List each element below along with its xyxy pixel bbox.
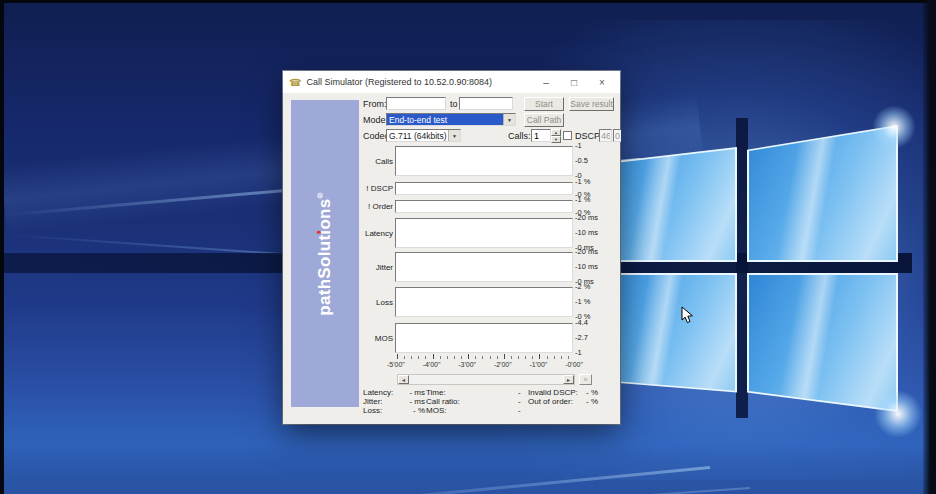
dropdown-arrow-icon[interactable]: ▼ <box>503 114 515 125</box>
maximize-button-icon[interactable]: □ <box>560 71 588 93</box>
calls-label: Calls: <box>508 131 531 141</box>
logo-red-dot-icon <box>317 230 320 233</box>
chart-label: Latency <box>361 218 395 248</box>
title-bar[interactable]: ☎ Call Simulator (Registered to 10.52.0.… <box>283 71 620 93</box>
chart-label: Loss <box>361 287 395 317</box>
dscp-secondary-field[interactable] <box>613 129 621 142</box>
minimize-button-icon[interactable]: – <box>532 71 560 93</box>
time-value: - <box>518 388 528 397</box>
chart-row-order: ! Order -1 % -0 % <box>361 200 614 213</box>
logo-registered-mark: ® <box>316 192 325 198</box>
y-tick: -1 % <box>575 197 610 203</box>
to-input[interactable] <box>459 97 513 110</box>
y-tick: -20 ms <box>575 249 610 255</box>
chart-row-mos: MOS -4.4 -2.7 -1 <box>361 323 614 353</box>
chart-row-latency: Latency -20 ms -10 ms -0 ms <box>361 218 614 248</box>
loss-value: - % <box>399 406 425 415</box>
y-tick: -4.4 <box>575 320 610 326</box>
pathsolutions-sidebar: pathSolutıons® <box>291 100 359 407</box>
loss-chart-plot <box>395 287 573 317</box>
y-tick: -0.5 <box>575 158 610 164</box>
latency-label: Latency: <box>363 388 399 397</box>
status-row: Loss: - % MOS: - <box>363 406 614 415</box>
dscp-checkbox[interactable] <box>563 131 572 140</box>
wallpaper-logo-crossbar-vertical <box>736 118 748 418</box>
y-tick: -1 <box>575 143 610 149</box>
calls-spinner[interactable]: ▴ ▾ <box>551 129 561 142</box>
screen-edge <box>0 0 4 494</box>
jitter-label: Jitter: <box>363 397 399 406</box>
desktop: ☎ Call Simulator (Registered to 10.52.0.… <box>0 0 936 494</box>
mos-chart-plot <box>395 323 573 353</box>
wallpaper-corner-glow <box>872 105 916 149</box>
dropdown-arrow-icon[interactable]: ▼ <box>448 130 460 141</box>
x-tick-label: -4'00" <box>423 361 441 368</box>
pathsolutions-logo: pathSolutıons® <box>315 192 335 315</box>
call-path-button[interactable]: Call Path <box>524 113 564 127</box>
chart-label: Calls <box>361 146 395 176</box>
codec-selected-value: G.711 (64kbits) <box>387 130 448 141</box>
spin-up-icon[interactable]: ▴ <box>551 129 561 136</box>
scroll-right-icon[interactable]: ► <box>563 375 574 384</box>
x-tick-label: -2'00" <box>494 361 512 368</box>
logo-ons-text: ons <box>315 198 334 229</box>
latency-value: - ms <box>399 388 425 397</box>
call-simulator-window: ☎ Call Simulator (Registered to 10.52.0.… <box>283 71 620 424</box>
y-tick: -1 <box>575 350 610 356</box>
app-icon: ☎ <box>289 77 301 88</box>
latency-chart-plot <box>395 218 573 248</box>
screen-edge <box>0 0 936 3</box>
call-ratio-label: Call ratio: <box>426 397 518 406</box>
timeline-scrollbar[interactable]: ◄ ► <box>397 374 575 385</box>
x-axis-tick-ruler <box>397 354 575 359</box>
chart-label: Jitter <box>361 252 395 282</box>
x-tick-label: -3'00" <box>458 361 476 368</box>
chart-label: ! DSCP <box>361 182 395 195</box>
chart-label: MOS <box>361 323 395 353</box>
from-label: From: <box>363 99 387 109</box>
windows-logo-pane-top-left <box>600 147 737 262</box>
invalid-dscp-label: Invalid DSCP: <box>528 388 582 397</box>
y-tick: -2 % <box>575 284 610 290</box>
wallpaper-floor-glow <box>0 414 936 494</box>
status-summary: Latency: - ms Time: - Invalid DSCP: - % … <box>363 388 614 415</box>
chart-row-dscp: ! DSCP -1 % -0 % <box>361 182 614 195</box>
x-tick-label: -5'00" <box>387 361 405 368</box>
status-row: Jitter: - ms Call ratio: - Out of order:… <box>363 397 614 406</box>
status-row: Latency: - ms Time: - Invalid DSCP: - % <box>363 388 614 397</box>
mos-label: MOS: <box>426 406 518 415</box>
to-label: to <box>450 99 458 109</box>
call-ratio-value: - <box>518 397 528 406</box>
jitter-value: - ms <box>399 397 425 406</box>
mode-label: Mode: <box>363 115 388 125</box>
chart-label: ! Order <box>361 200 395 213</box>
calls-input[interactable] <box>531 129 551 142</box>
time-label: Time: <box>426 388 518 397</box>
scroll-left-icon[interactable]: ◄ <box>398 375 409 384</box>
codec-dropdown[interactable]: G.711 (64kbits) ▼ <box>386 129 461 142</box>
mode-dropdown[interactable]: End-to-end test ▼ <box>386 113 516 126</box>
logo-i: ı <box>315 229 335 234</box>
screen-edge <box>923 0 936 494</box>
y-tick: -10 ms <box>575 230 610 236</box>
windows-logo-pane-bottom-left <box>600 273 737 395</box>
x-tick-label: -0'00" <box>565 361 583 368</box>
from-input[interactable] <box>386 97 446 110</box>
chart-row-jitter: Jitter -20 ms -10 ms -0 ms <box>361 252 614 282</box>
out-of-order-label: Out of order: <box>528 397 582 406</box>
chart-row-loss: Loss -2 % -1 % -0 % <box>361 287 614 317</box>
start-button[interactable]: Start <box>524 97 564 111</box>
spin-down-icon[interactable]: ▾ <box>551 136 561 143</box>
logo-path-text: path <box>315 278 334 315</box>
mouse-cursor-icon <box>681 306 694 325</box>
dscp-value-field[interactable] <box>599 129 612 142</box>
save-result-button[interactable]: Save result <box>569 97 614 111</box>
close-button-icon[interactable]: × <box>588 71 616 93</box>
wallpaper-corner-glow <box>874 390 922 438</box>
y-tick: -20 ms <box>575 215 610 221</box>
invalid-dscp-value: - % <box>582 388 598 397</box>
chart-stack: Calls -1 -0.5 -0 ! DSCP -1 % -0 % ! Orde… <box>361 146 614 353</box>
scroll-to-end-button[interactable]: » <box>579 374 592 385</box>
mos-value: - <box>518 406 528 415</box>
logo-solut-text: Solut <box>315 234 334 278</box>
